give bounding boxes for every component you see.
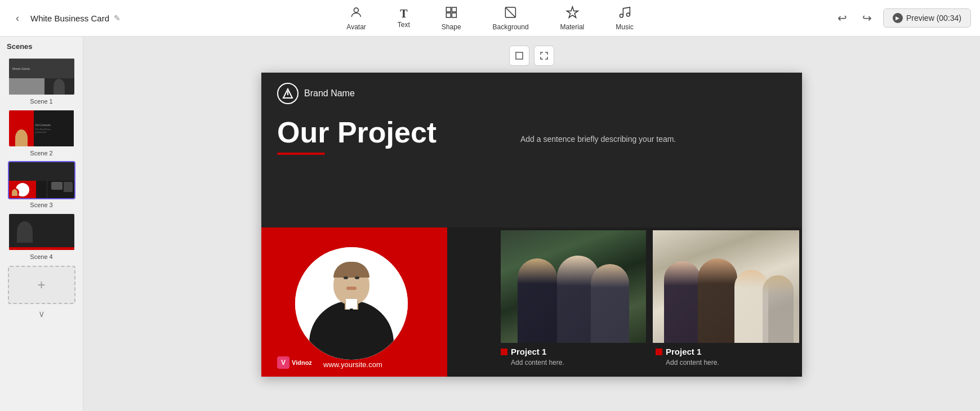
scene2-thumbnail: Ad Contacts The Real Place professional [8, 109, 75, 148]
preview-play-icon: ▶ [893, 13, 903, 23]
slide-canvas[interactable]: Brand Name Our Project Add a sentence br… [261, 73, 802, 377]
project-title-text: Our Project [277, 118, 436, 147]
project-heading: Our Project [277, 118, 436, 155]
toolbar-background[interactable]: Background [488, 3, 533, 33]
scene1-thumbnail: Shown Garcia [8, 57, 75, 96]
project1-title: Project 1 [511, 347, 546, 356]
project2-desc: Add content here. [656, 359, 719, 367]
vidnoz-url: www.yoursite.com [323, 360, 382, 369]
toolbar-music[interactable]: Music [611, 3, 638, 33]
project2-indicator [656, 349, 662, 355]
add-scene-icon: + [37, 277, 45, 293]
project2-title-row: Project 1 [656, 347, 719, 356]
canvas-toolbar [509, 46, 554, 66]
topbar-center: Avatar T Text Shape [342, 3, 638, 33]
topbar: ‹ White Business Card ✎ Avatar T Text [0, 0, 980, 37]
canvas-area: Brand Name Our Project Add a sentence br… [83, 37, 980, 411]
brand-name-text: Brand Name [304, 88, 355, 99]
canvas-expand-tool[interactable] [534, 46, 554, 66]
scene3-label: Scene 3 [30, 202, 52, 208]
scene1-label: Scene 1 [30, 98, 52, 105]
vidnoz-brand: V Vidnoz [277, 356, 312, 369]
project2-title: Project 1 [666, 347, 701, 356]
shape-icon [444, 6, 458, 21]
svg-rect-3 [446, 13, 451, 17]
avatar-label: Avatar [346, 23, 366, 31]
topbar-left: ‹ White Business Card ✎ [9, 10, 144, 26]
avatar-circle [295, 247, 408, 360]
toolbar-shape[interactable]: Shape [437, 3, 466, 33]
topbar-right: ↩ ↪ ▶ Preview (00:34) [834, 8, 971, 28]
photo-1 [501, 230, 646, 343]
undo-button[interactable]: ↩ [834, 9, 852, 27]
toolbar-text[interactable]: T Text [393, 6, 415, 31]
avatar-icon [350, 6, 363, 21]
add-scene-button[interactable]: + [8, 266, 75, 304]
svg-point-0 [354, 8, 359, 12]
redo-button[interactable]: ↪ [858, 9, 876, 27]
toolbar-material[interactable]: Material [556, 3, 589, 33]
main-area: Scenes Shown Garcia Scene 1 [0, 37, 980, 411]
material-label: Material [560, 23, 585, 31]
scene4-thumbnail [8, 213, 75, 251]
svg-rect-4 [452, 13, 456, 17]
project-tagline: Add a sentence briefly describing your t… [520, 133, 676, 145]
sidebar: Scenes Shown Garcia Scene 1 [0, 37, 83, 411]
svg-rect-9 [516, 52, 523, 59]
svg-line-6 [506, 7, 516, 17]
sidebar-item-scene4[interactable]: Scene 4 [5, 212, 78, 261]
vidnoz-label: Vidnoz [292, 359, 312, 366]
scene3-thumbnail [8, 161, 75, 199]
edit-title-icon[interactable]: ✎ [114, 14, 121, 23]
music-label: Music [616, 23, 633, 31]
project-card-2: Project 1 Add content here. [656, 347, 719, 367]
material-icon [565, 6, 579, 21]
svg-point-7 [620, 14, 623, 17]
brand-logo [277, 83, 299, 104]
scenes-label: Scenes [5, 42, 78, 51]
svg-rect-2 [452, 7, 456, 12]
background-icon [504, 6, 518, 21]
toolbar-avatar[interactable]: Avatar [342, 3, 370, 33]
sidebar-item-scene1[interactable]: Shown Garcia Scene 1 [5, 56, 78, 106]
photo-2 [653, 230, 799, 343]
scene4-label: Scene 4 [30, 253, 52, 260]
project1-title-row: Project 1 [501, 347, 564, 356]
project-card-1: Project 1 Add content here. [501, 347, 564, 367]
text-label: Text [398, 21, 410, 29]
svg-point-8 [626, 13, 630, 16]
sidebar-item-scene2[interactable]: Ad Contacts The Real Place professional … [5, 108, 78, 158]
back-button[interactable]: ‹ [9, 10, 26, 26]
vidnoz-logo-icon: V [277, 356, 289, 369]
canvas-rect-tool[interactable] [509, 46, 529, 66]
brand-header: Brand Name [277, 83, 355, 104]
text-icon: T [400, 8, 407, 19]
project1-desc: Add content here. [501, 359, 564, 367]
preview-button[interactable]: ▶ Preview (00:34) [883, 8, 971, 28]
project1-indicator [501, 349, 507, 355]
sidebar-item-scene3[interactable]: Scene 3 [5, 160, 78, 209]
project-title: White Business Card [30, 14, 109, 23]
music-icon [618, 6, 631, 21]
scene2-label: Scene 2 [30, 150, 52, 157]
preview-label: Preview (00:34) [906, 14, 961, 23]
sidebar-scroll-down[interactable]: ∨ [5, 309, 78, 319]
svg-rect-1 [446, 7, 451, 12]
background-label: Background [493, 23, 529, 31]
shape-label: Shape [442, 23, 461, 31]
project-underline [277, 153, 325, 155]
